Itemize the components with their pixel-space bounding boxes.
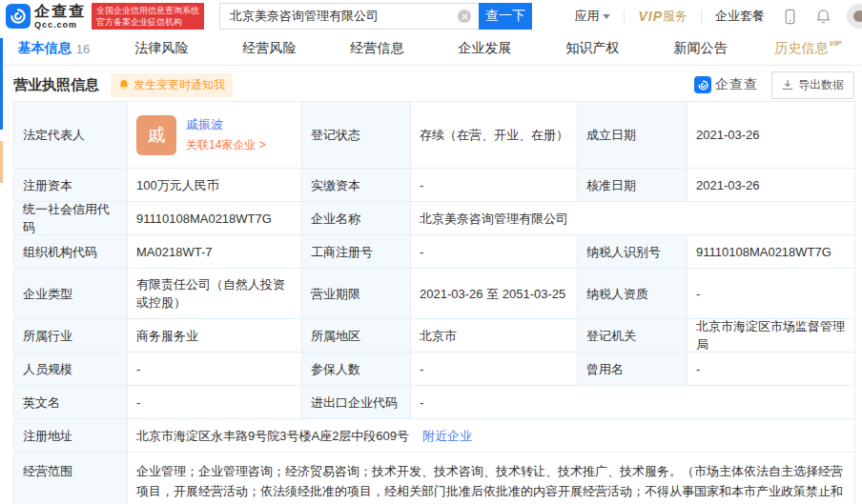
field-label-approval-date: 核准日期	[578, 169, 688, 202]
table-row: 统一社会信用代码 91110108MA0218WT7G 企业名称 北京美奈咨询管…	[14, 202, 855, 235]
divider	[701, 10, 702, 23]
qcc-logo-icon[interactable]	[6, 4, 31, 29]
download-icon	[782, 79, 793, 91]
table-row: 英文名 - 进出口企业代码 -	[14, 386, 855, 419]
field-label-taxpayer-id: 纳税人识别号	[578, 235, 688, 269]
header-menu: 应用 VIP 服务 企业套餐	[574, 0, 862, 32]
field-value-reg-capital: 100万元人民币	[128, 169, 302, 202]
legal-rep-cell: 戚 戚振波 关联14家企业 >	[128, 102, 302, 169]
table-row: 人员规模 - 参保人数 - 曾用名 -	[14, 353, 855, 386]
export-data-button[interactable]: 导出数据	[771, 71, 854, 99]
menu-apps-label: 应用	[574, 8, 599, 25]
tab-operation-risk[interactable]: 经营风险	[216, 32, 323, 65]
field-value-company-type: 有限责任公司（自然人投资或控股）	[128, 269, 302, 319]
field-label-reg-number: 工商注册号	[302, 235, 411, 269]
vip-tag-icon: VIP	[830, 39, 842, 48]
field-label-industry: 所属行业	[14, 319, 128, 353]
qcc-watermark: 企查查	[690, 76, 758, 93]
brand-domain: Qcc.com	[34, 21, 86, 30]
mobile-app-icon[interactable]	[782, 9, 798, 25]
tab-basic-info-count: 16	[76, 42, 90, 56]
qcc-logo-icon-small	[694, 76, 711, 93]
menu-apps[interactable]: 应用	[574, 8, 610, 25]
official-badge: 全国企业信用信息查询系统 官方备案企业征信机构	[92, 3, 204, 30]
field-value-org-code: MA0218WT-7	[128, 235, 302, 269]
field-label-company-type: 企业类型	[14, 269, 128, 319]
tab-news[interactable]: 新闻公告	[646, 32, 754, 65]
table-row: 组织机构代码 MA0218WT-7 工商注册号 - 纳税人识别号 9111010…	[14, 235, 855, 269]
tab-intellectual-property[interactable]: 知识产权	[539, 32, 646, 65]
related-companies-link[interactable]: 关联14家企业 >	[186, 136, 266, 154]
field-label-establish-date: 成立日期	[578, 102, 688, 169]
table-row: 企业类型 有限责任公司（自然人投资或控股） 营业期限 2021-03-26 至 …	[14, 269, 855, 319]
legal-rep-name-link[interactable]: 戚振波	[186, 115, 266, 133]
brand-block[interactable]: 企查查 Qcc.com	[34, 4, 86, 30]
tab-history-info[interactable]: 历史信息 VIP	[754, 32, 862, 65]
field-label-reg-status: 登记状态	[302, 102, 411, 169]
tab-company-development[interactable]: 企业发展	[431, 32, 539, 65]
field-label-import-export-code: 进出口企业代码	[302, 386, 411, 419]
field-value-reg-authority: 北京市海淀区市场监督管理局	[688, 319, 855, 353]
notify-change-button[interactable]: 发生变更时通知我	[111, 73, 233, 97]
field-value-former-name: -	[688, 353, 855, 386]
official-badge-line1: 全国企业信用信息查询系统	[96, 5, 199, 16]
table-row: 注册资本 100万元人民币 实缴资本 - 核准日期 2021-03-26	[14, 169, 855, 202]
field-value-business-term: 2021-03-26 至 2051-03-25	[411, 269, 578, 319]
watermark-label: 企查查	[715, 76, 758, 93]
tab-operation-info[interactable]: 经营信息	[323, 32, 431, 65]
tab-legal-risk[interactable]: 法律风险	[108, 32, 216, 65]
field-label-reg-address: 注册地址	[14, 419, 128, 453]
field-value-credit-code: 91110108MA0218WT7G	[128, 202, 302, 235]
brand-name: 企查查	[34, 4, 86, 19]
field-label-credit-code: 统一社会信用代码	[14, 202, 128, 235]
reg-address-text: 北京市海淀区永丰路9号院3号楼A座2层中段609号	[136, 427, 409, 445]
tab-basic-info[interactable]: 基本信息 16	[0, 32, 108, 65]
top-header: 企查查 Qcc.com 全国企业信用信息查询系统 官方备案企业征信机构 查一下 …	[0, 0, 862, 32]
field-label-reg-capital: 注册资本	[14, 169, 128, 202]
field-value-reg-address: 北京市海淀区永丰路9号院3号楼A座2层中段609号 附近企业	[128, 419, 855, 453]
field-label-staff-size: 人员规模	[14, 353, 128, 386]
license-section-header: 营业执照信息 发生变更时通知我 企查查 导出数据	[0, 68, 862, 102]
menu-enterprise-package[interactable]: 企业套餐	[715, 8, 765, 25]
field-value-reg-number: -	[411, 235, 578, 269]
caret-down-icon	[603, 14, 610, 19]
user-avatar[interactable]	[847, 4, 862, 29]
clear-search-icon[interactable]	[458, 10, 471, 23]
export-data-label: 导出数据	[798, 77, 844, 93]
side-widget-blue-strip	[0, 38, 3, 130]
field-label-english-name: 英文名	[14, 386, 128, 419]
field-value-taxpayer-qualification: -	[688, 269, 855, 319]
side-widget-orange-strip	[0, 141, 3, 183]
notification-bell-icon[interactable]	[815, 9, 831, 25]
field-label-legal-rep: 法定代表人	[14, 102, 128, 169]
field-value-region: 北京市	[411, 319, 578, 353]
vip-label: 服务	[663, 8, 688, 25]
field-value-reg-status: 存续（在营、开业、在册）	[411, 102, 578, 169]
table-row: 注册地址 北京市海淀区永丰路9号院3号楼A座2层中段609号 附近企业	[14, 419, 855, 453]
field-value-import-export-code: -	[411, 386, 855, 419]
field-value-english-name: -	[128, 386, 302, 419]
field-label-reg-authority: 登记机关	[578, 319, 688, 353]
tab-basic-info-label: 基本信息	[18, 40, 72, 57]
field-label-region: 所属地区	[302, 319, 411, 353]
divider	[624, 10, 625, 23]
table-row: 经营范围 企业管理；企业管理咨询；经济贸易咨询；技术开发、技术咨询、技术转让、技…	[14, 453, 855, 504]
search-button[interactable]: 查一下	[479, 3, 532, 30]
field-value-insured-count: -	[411, 353, 578, 386]
field-label-insured-count: 参保人数	[302, 353, 411, 386]
field-label-company-name: 企业名称	[302, 202, 411, 235]
search-bar: 查一下	[219, 3, 532, 30]
field-value-company-name: 北京美奈咨询管理有限公司	[411, 202, 855, 235]
nearby-companies-link[interactable]: 附近企业	[422, 427, 472, 445]
field-value-approval-date: 2021-03-26	[688, 169, 855, 202]
tab-history-label: 历史信息	[775, 40, 829, 57]
field-label-business-term: 营业期限	[302, 269, 411, 319]
search-input[interactable]	[219, 3, 479, 30]
field-value-establish-date: 2021-03-26	[688, 102, 855, 169]
legal-rep-avatar[interactable]: 戚	[136, 115, 176, 155]
field-value-industry: 商务服务业	[128, 319, 302, 353]
menu-vip-service[interactable]: VIP 服务	[638, 8, 688, 25]
vip-logo: VIP	[638, 9, 663, 24]
main-nav: 基本信息 16 法律风险 经营风险 经营信息 企业发展 知识产权 新闻公告 历史…	[0, 32, 862, 66]
field-label-taxpayer-qualification: 纳税人资质	[578, 269, 688, 319]
